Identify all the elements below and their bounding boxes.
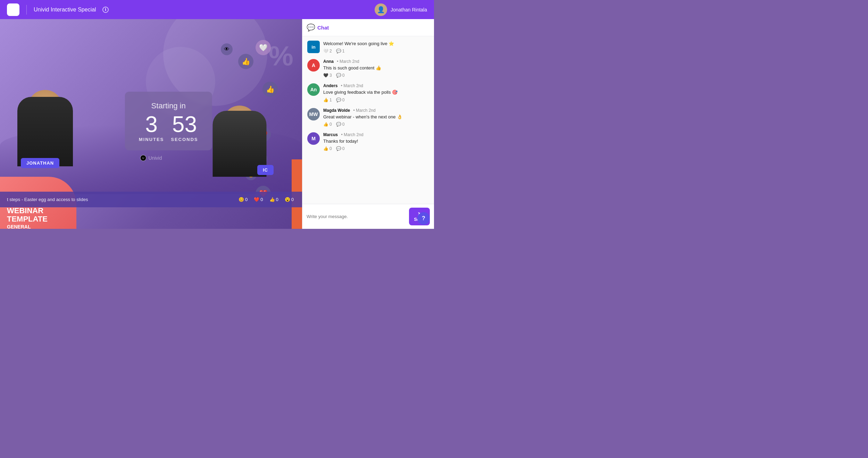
heart-icon: 🤍	[323, 49, 328, 53]
emoji-2-count: 0	[260, 197, 263, 202]
comment-count-anna: 0	[342, 73, 345, 78]
reaction-emoji-2[interactable]: ❤️ 0	[251, 195, 266, 203]
webinar-label-text: WEBINARTEMPLATE GENERAL	[7, 207, 48, 229]
event-title: Univid Interactive Special	[34, 7, 96, 13]
chat-input-area: ➤ Send	[302, 204, 434, 229]
countdown-seconds: 53	[172, 113, 197, 135]
ticker-text: t steps - Easter egg and access to slide…	[7, 197, 88, 202]
chat-meta-magda: Magda Wolde • March 2nd	[323, 108, 429, 113]
seconds-label: SECONDS	[171, 137, 198, 142]
chat-message-system-content: Welcome! We're soon going live ⭐ 🤍 2 💬 1	[323, 41, 429, 53]
chat-tab-label[interactable]: Chat	[317, 25, 329, 31]
comment-action-system[interactable]: 💬 1	[336, 49, 345, 53]
emoji-4-count: 0	[291, 197, 294, 202]
like-icon-magda: 👍	[323, 122, 328, 127]
univid-logo[interactable]: U	[7, 3, 19, 16]
countdown-numbers: 3 MINUTES 53 SECONDS	[139, 113, 198, 142]
chat-panel: 💬 Chat in Welcome! We're soon going live…	[302, 19, 434, 229]
comment-icon-magda: 💬	[336, 122, 341, 127]
person-right	[207, 93, 273, 194]
chat-message-magda-content: Magda Wolde • March 2nd Great webinar - …	[323, 108, 429, 127]
like-count-system: 2	[329, 49, 332, 53]
like-action-anna[interactable]: 🖤 3	[323, 73, 332, 78]
top-header: U Univid Interactive Special ℹ 👤 Jonatha…	[0, 0, 434, 19]
linkedin-icon: in	[307, 41, 320, 53]
chat-text-magda: Great webinar - when's the next one 👌	[323, 114, 429, 120]
comment-action-anders[interactable]: 💬 0	[336, 98, 345, 102]
webinar-labels: WEBINARTEMPLATE GENERAL	[0, 207, 48, 229]
comment-count-system: 1	[342, 49, 345, 53]
comment-action-marcus[interactable]: 💬 0	[336, 146, 345, 151]
chat-message-magda: MW Magda Wolde • March 2nd Great webinar…	[307, 108, 429, 127]
chat-message-anna-content: Anna • March 2nd This is such good conte…	[323, 59, 429, 78]
webinar-subtitle: GENERAL	[7, 224, 48, 229]
comment-count-marcus: 0	[342, 146, 345, 151]
countdown-label: Starting in	[139, 101, 198, 110]
chat-messages-list: in Welcome! We're soon going live ⭐ 🤍 2 …	[302, 36, 434, 204]
name-badge-right: IC	[257, 165, 274, 175]
chat-message-anna: A Anna • March 2nd This is such good con…	[307, 59, 429, 78]
reaction-emoji-3[interactable]: 👍 0	[267, 195, 281, 203]
countdown-box: Starting in 3 MINUTES 53 SECONDS	[125, 92, 212, 150]
emoji-3-icon: 👍	[269, 197, 275, 202]
webinar-title: WEBINARTEMPLATE	[7, 207, 48, 223]
comment-count-magda: 0	[342, 122, 345, 127]
chat-meta-anders: Anders • March 2nd	[323, 83, 429, 88]
chat-actions-marcus: 👍 0 💬 0	[323, 146, 429, 151]
info-icon[interactable]: ℹ	[102, 7, 109, 13]
like-count-anna: 3	[329, 73, 332, 78]
chat-meta-anna: Anna • March 2nd	[323, 59, 429, 64]
chat-actions-anders: 👍 1 💬 0	[323, 98, 429, 102]
comment-icon-anna: 💬	[336, 73, 341, 78]
emoji-2-icon: ❤️	[254, 197, 259, 202]
reaction-emoji-4[interactable]: 😮 0	[282, 195, 297, 203]
ticker-bar: t steps - Easter egg and access to slide…	[0, 192, 302, 207]
chat-date-anders: • March 2nd	[341, 83, 363, 88]
help-button[interactable]: ?	[417, 212, 430, 225]
logo-divider	[26, 5, 27, 15]
countdown-minutes-col: 3 MINUTES	[139, 113, 164, 142]
like-action-marcus[interactable]: 👍 0	[323, 146, 332, 151]
avatar-anders: An	[307, 83, 320, 96]
chat-message-system: in Welcome! We're soon going live ⭐ 🤍 2 …	[307, 41, 429, 53]
like-count-marcus: 0	[329, 146, 332, 151]
name-badge-left: JONATHAN	[21, 158, 59, 168]
reaction-buttons: 😊 0 ❤️ 0 👍 0 😮 0	[236, 195, 297, 203]
logo-area: U Univid Interactive Special ℹ	[7, 3, 109, 16]
like-action-magda[interactable]: 👍 0	[323, 122, 332, 127]
like-action-anders[interactable]: 👍 1	[323, 98, 332, 102]
like-icon-anders: 👍	[323, 98, 328, 102]
avatar-anna: A	[307, 59, 320, 72]
like-icon-marcus: 👍	[323, 146, 328, 151]
chat-message-anders-content: Anders • March 2nd Love giving feedback …	[323, 83, 429, 102]
svg-text:U: U	[142, 156, 144, 160]
chat-actions-magda: 👍 0 💬 0	[323, 122, 429, 127]
comment-icon-anders: 💬	[336, 98, 341, 102]
comment-action-anna[interactable]: 💬 0	[336, 73, 345, 78]
chat-message-marcus: M Marcus • March 2nd Thanks for today! 👍…	[307, 132, 429, 151]
reaction-emoji-1[interactable]: 😊 0	[236, 195, 250, 203]
like-count-magda: 0	[329, 122, 332, 127]
user-name: Jonathan Rintala	[391, 7, 427, 13]
chat-name-anders: Anders	[323, 83, 337, 88]
floating-reactions: 🤍 👍 👁 👍	[269, 40, 285, 55]
univid-watermark: U Univid	[140, 155, 162, 161]
comment-action-magda[interactable]: 💬 0	[336, 122, 345, 127]
chat-system-actions: 🤍 2 💬 1	[323, 49, 429, 53]
chat-message-anders: An Anders • March 2nd Love giving feedba…	[307, 83, 429, 102]
watermark-text: Univid	[149, 155, 162, 161]
heart-filled-icon: 🖤	[323, 73, 328, 78]
chat-system-text: Welcome! We're soon going live ⭐	[323, 41, 429, 47]
chat-text-anna: This is such good content 👍	[323, 65, 429, 71]
chat-name-anna: Anna	[323, 59, 334, 64]
comment-icon: 💬	[336, 49, 341, 53]
like-action-system[interactable]: 🤍 2	[323, 49, 332, 53]
user-profile[interactable]: 👤 Jonathan Rintala	[375, 3, 427, 16]
avatar-magda: MW	[307, 108, 320, 120]
comment-icon-marcus: 💬	[336, 146, 341, 151]
chat-name-magda: Magda Wolde	[323, 108, 350, 113]
chat-name-marcus: Marcus	[323, 132, 338, 137]
message-input[interactable]	[307, 214, 406, 219]
user-avatar: 👤	[375, 3, 387, 16]
countdown-minutes: 3	[145, 113, 158, 135]
